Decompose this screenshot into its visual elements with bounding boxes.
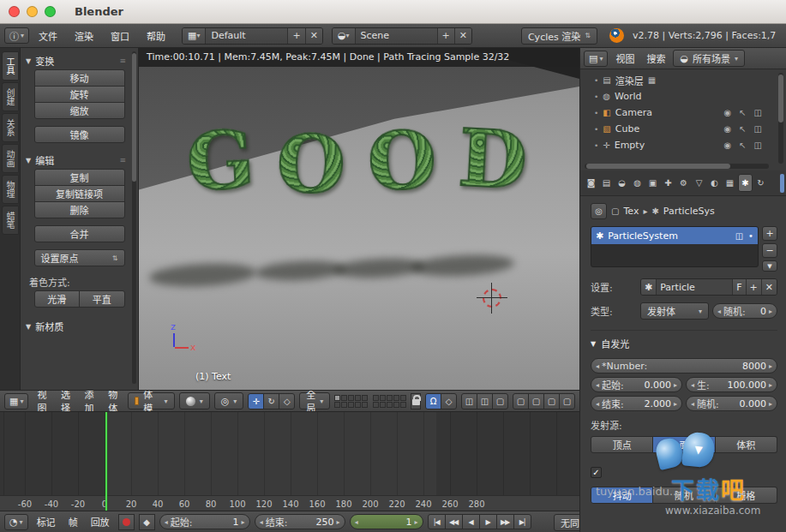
- snap-magnet-button[interactable]: Ω: [425, 393, 441, 409]
- layout-browse-button[interactable]: ▦ ▾: [183, 28, 206, 44]
- record-button[interactable]: [118, 514, 135, 530]
- toolshelf-scrollbar[interactable]: [132, 51, 136, 384]
- render-options-button[interactable]: ▢: [492, 393, 508, 409]
- header-icon-button[interactable]: ▢: [543, 393, 560, 409]
- particle-number-field[interactable]: ◂ *Number: 8000 ▸: [591, 358, 777, 374]
- tab-world[interactable]: ◍: [630, 174, 645, 192]
- outliner-vertical-scrollbar[interactable]: [778, 73, 783, 164]
- tab-physics[interactable]: ↻: [753, 174, 768, 192]
- outliner-item-empty[interactable]: • ✛ Empty ◉ ↖ ◫: [580, 137, 786, 153]
- timeline-ruler[interactable]: -60 -40 -20 0 20 40 60 80 100 120 140 16…: [0, 495, 579, 511]
- menu-render[interactable]: 渲染: [67, 29, 101, 43]
- translate-manipulator-button[interactable]: ✛: [248, 393, 264, 409]
- shade-flat-button[interactable]: 平直: [79, 290, 125, 308]
- scale-manipulator-button[interactable]: ◇: [279, 393, 295, 409]
- outliner-item-renderlayers[interactable]: • ▤ 渲染层 ▦: [580, 72, 786, 88]
- tab-material[interactable]: ◐: [707, 174, 722, 192]
- tab-tools[interactable]: 工具: [2, 51, 19, 81]
- outliner-horizontal-scrollbar[interactable]: [585, 164, 769, 169]
- add-menu[interactable]: 添加: [81, 390, 100, 412]
- tab-physics[interactable]: 物理: [2, 175, 19, 204]
- selectability-arrow-icon[interactable]: ↖: [739, 140, 746, 150]
- settings-name-field[interactable]: Particle: [657, 279, 733, 295]
- menu-window[interactable]: 窗口: [103, 29, 137, 43]
- duplicate-button[interactable]: 复制: [34, 169, 125, 186]
- mirror-button[interactable]: 镜像: [34, 126, 125, 143]
- selectability-arrow-icon[interactable]: ↖: [739, 124, 746, 134]
- shade-smooth-button[interactable]: 光滑: [34, 290, 81, 308]
- render-anim-button[interactable]: ◫: [477, 393, 493, 409]
- menu-file[interactable]: 文件: [31, 29, 65, 43]
- viewport-shading-dropdown[interactable]: ▾: [179, 392, 210, 409]
- breadcrumb-particle-system[interactable]: ParticleSys: [663, 206, 715, 217]
- particle-type-dropdown[interactable]: 发射体 ▾: [640, 302, 709, 320]
- tab-modifiers[interactable]: ⚙: [676, 174, 691, 192]
- outliner-item-camera[interactable]: • ◧ Camera ◉ ↖ ◫: [580, 105, 786, 121]
- editor-type-button[interactable]: ⓘ ▾: [4, 27, 29, 44]
- frame-menu[interactable]: 帧: [64, 515, 82, 529]
- properties-scrollbar[interactable]: [780, 174, 784, 193]
- timeline-editor[interactable]: -60 -40 -20 0 20 40 60 80 100 120 140 16…: [0, 412, 579, 511]
- emission-panel-header[interactable]: ▼ 自发光: [591, 330, 777, 350]
- pivot-point-dropdown[interactable]: ◎ ▾: [214, 392, 244, 409]
- tab-scene[interactable]: ◒: [615, 174, 629, 192]
- viewport-3d[interactable]: Time:00:10.71 | Mem:7.45M, Peak:7.45M | …: [139, 48, 579, 390]
- scale-button[interactable]: 缩放: [34, 102, 125, 119]
- panel-header-transform[interactable]: ▼ 变换 ≡: [21, 52, 138, 69]
- maximize-window-button[interactable]: [45, 6, 56, 17]
- outliner-item-cube[interactable]: • ▧ Cube ◉ ↖ ◫: [580, 121, 786, 137]
- tab-particles[interactable]: ✱: [738, 174, 753, 192]
- unlink-settings-button[interactable]: ✕: [762, 279, 777, 295]
- object-menu[interactable]: 物体: [104, 390, 123, 412]
- editor-type-button[interactable]: ▦ ▾: [4, 393, 28, 409]
- jump-to-end-button[interactable]: ▶|: [513, 514, 531, 529]
- render-engine-dropdown[interactable]: Cycles 渲染 ⇅: [521, 27, 597, 45]
- emit-volume-button[interactable]: 体积: [716, 436, 777, 453]
- marker-menu[interactable]: 标记: [33, 515, 60, 529]
- snap-element-dropdown[interactable]: ◇: [441, 393, 457, 409]
- playback-menu[interactable]: 回放: [87, 515, 114, 529]
- particles-icon[interactable]: ✱: [641, 279, 657, 295]
- tab-grease-pencil[interactable]: 蜡笔: [2, 206, 19, 235]
- tab-texture[interactable]: ▦: [723, 174, 737, 192]
- breadcrumb-object[interactable]: Tex: [623, 206, 639, 217]
- scene-browse-button[interactable]: ◒ ▾: [333, 28, 356, 44]
- tab-data[interactable]: ▽: [692, 174, 706, 192]
- render-still-button[interactable]: ◫: [461, 393, 477, 409]
- tab-animation[interactable]: 动画: [2, 144, 19, 173]
- tab-render-layers[interactable]: ▤: [599, 174, 614, 192]
- minimize-window-button[interactable]: [27, 6, 38, 17]
- scene-close-button[interactable]: ✕: [455, 28, 471, 44]
- layout-add-button[interactable]: +: [288, 28, 305, 44]
- particle-system-row-selected[interactable]: ✱ ParticleSystem ◫ •: [591, 227, 758, 244]
- visibility-eye-icon[interactable]: ◉: [723, 124, 731, 134]
- outliner-view-menu[interactable]: 视图: [611, 51, 639, 65]
- current-frame-playhead[interactable]: [105, 412, 107, 511]
- join-button[interactable]: 合并: [34, 225, 125, 242]
- fake-user-button[interactable]: F: [733, 279, 746, 295]
- outliner[interactable]: • ▤ 渲染层 ▦ • ◍ World • ◧ Camera ◉ ↖ ◫ • ▧…: [579, 69, 786, 170]
- renderability-camera-icon[interactable]: ◫: [754, 108, 762, 117]
- layout-close-button[interactable]: ✕: [306, 28, 322, 44]
- tab-constraints[interactable]: ✚: [661, 174, 675, 192]
- selectability-arrow-icon[interactable]: ↖: [739, 108, 746, 117]
- scene-name-field[interactable]: Scene: [356, 28, 438, 44]
- sync-dropdown[interactable]: 无同步 ▾: [554, 514, 579, 531]
- current-frame-field[interactable]: ◂ 1 ▸: [350, 514, 423, 529]
- lifetime-field[interactable]: ◂ 生: 100.000 ▸: [686, 377, 777, 392]
- renderability-camera-icon[interactable]: ◫: [754, 140, 762, 150]
- lifetime-random-field[interactable]: ◂ 随机: 0.000 ▸: [686, 396, 777, 411]
- duplicate-linked-button[interactable]: 复制链接项: [34, 185, 125, 202]
- panel-header-edit[interactable]: ▼ 编辑 ≡: [21, 152, 138, 169]
- frame-end-field[interactable]: ◂ 结束: 2.000 ▸: [591, 396, 682, 411]
- tab-relations[interactable]: 关系: [2, 113, 19, 142]
- end-frame-field[interactable]: ◂ 结束: 250 ▸: [255, 514, 345, 529]
- rotate-button[interactable]: 旋转: [34, 86, 125, 103]
- pin-button[interactable]: ◎: [591, 203, 607, 219]
- keying-set-button[interactable]: ◆: [139, 514, 155, 530]
- editor-type-button[interactable]: ◔ ▾: [4, 514, 28, 530]
- render-toggle-icon[interactable]: ◫: [735, 231, 743, 241]
- move-button[interactable]: 移动: [34, 69, 125, 87]
- panel-header-new-material[interactable]: ▼ 新材质: [21, 318, 138, 335]
- layer-selector[interactable]: [334, 395, 406, 408]
